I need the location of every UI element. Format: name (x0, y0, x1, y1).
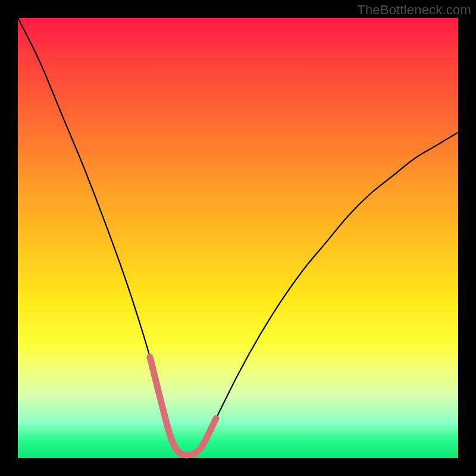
watermark-text: TheBottleneck.com (357, 2, 471, 18)
chart-frame: TheBottleneck.com (0, 0, 476, 476)
bottleneck-curve (18, 18, 458, 458)
curve-path-main (18, 18, 458, 455)
curve-path-accent (150, 357, 216, 455)
plot-area (18, 18, 458, 458)
